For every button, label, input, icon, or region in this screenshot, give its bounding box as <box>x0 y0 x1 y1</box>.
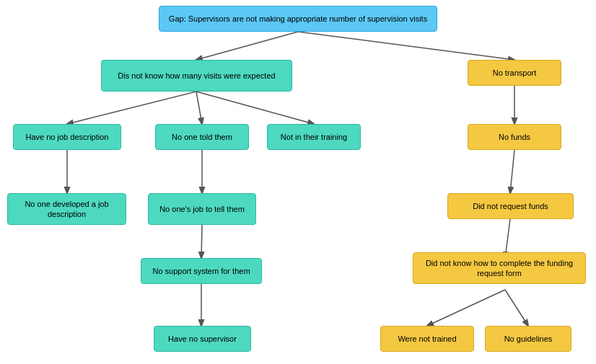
node-dis-not-know: Dis not know how many visits were expect… <box>101 60 292 92</box>
svg-line-12 <box>427 290 505 326</box>
diagram: Gap: Supervisors are not making appropri… <box>0 0 596 364</box>
svg-line-2 <box>67 92 196 124</box>
node-no-funds: No funds <box>468 124 561 150</box>
node-no-support: No support system for them <box>141 258 262 284</box>
svg-line-3 <box>196 92 202 124</box>
node-not-training: Not in their training <box>267 124 361 150</box>
svg-line-9 <box>201 225 202 258</box>
node-no-ones-job: No one's job to tell them <box>148 193 256 225</box>
node-no-one-developed: No one developed a job description <box>7 193 126 225</box>
svg-line-8 <box>510 150 514 193</box>
svg-line-0 <box>196 32 298 60</box>
node-no-transport: No transport <box>468 60 561 86</box>
node-were-not-trained: Were not trained <box>380 326 474 352</box>
node-have-no-job: Have no job description <box>13 124 121 150</box>
node-no-one-told: No one told them <box>155 124 249 150</box>
connector-lines <box>0 0 596 364</box>
svg-line-1 <box>298 32 514 60</box>
node-have-no-supervisor: Have no supervisor <box>154 326 251 352</box>
svg-line-4 <box>196 92 314 124</box>
node-did-not-request: Did not request funds <box>447 193 574 219</box>
node-no-guidelines: No guidelines <box>485 326 571 352</box>
node-gap: Gap: Supervisors are not making appropri… <box>159 6 437 32</box>
node-did-not-know-complete: Did not know how to complete the funding… <box>413 252 586 284</box>
svg-line-13 <box>505 290 528 326</box>
